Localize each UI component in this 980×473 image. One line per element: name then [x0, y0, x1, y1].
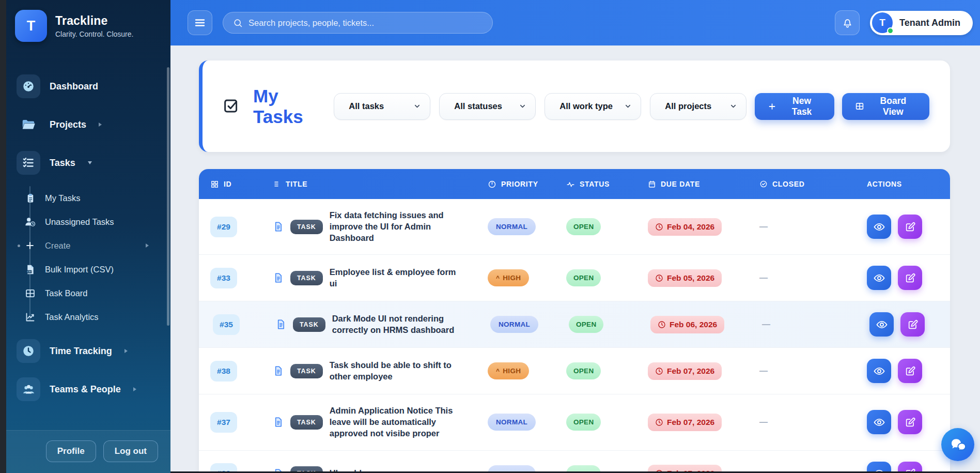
- table-row[interactable]: #37 TASK Admin Application Notice This l…: [199, 394, 950, 450]
- hamburger-menu-button[interactable]: [188, 10, 212, 35]
- task-id-badge[interactable]: #29: [210, 217, 237, 237]
- eye-icon: [873, 467, 885, 473]
- file-csv-icon: CSV: [24, 263, 36, 276]
- filter-all-projects[interactable]: All projects: [650, 93, 746, 120]
- chevron-down-icon: [624, 102, 632, 110]
- search-bar[interactable]: [223, 12, 493, 34]
- table-row[interactable]: #35 TASK Dark Mode UI not rendering corr…: [199, 301, 950, 347]
- filter-value: All tasks: [349, 101, 384, 111]
- sidebar-item-unassigned-tasks[interactable]: Unassigned Tasks: [24, 213, 160, 231]
- status-badge: OPEN: [569, 316, 603, 333]
- task-id-badge[interactable]: #36: [210, 463, 237, 473]
- eye-icon: [873, 416, 885, 429]
- edit-task-button[interactable]: [898, 410, 922, 434]
- status-badge: OPEN: [566, 362, 601, 379]
- chart-line-icon: [24, 311, 36, 323]
- due-date-badge: Feb 05, 2026: [648, 269, 722, 287]
- column-header-title[interactable]: TITLE: [262, 180, 479, 188]
- sidebar-item-create-task[interactable]: Create: [24, 237, 160, 254]
- column-header-priority[interactable]: PRIORITY: [479, 180, 566, 189]
- avatar-initial: T: [879, 17, 885, 28]
- task-title[interactable]: Task should be able to shift to other em…: [330, 360, 463, 383]
- edit-task-button[interactable]: [898, 462, 922, 473]
- view-task-button[interactable]: [867, 215, 891, 239]
- column-header-id[interactable]: ID: [199, 180, 262, 189]
- sidebar-item-projects[interactable]: Projects: [17, 113, 160, 136]
- edit-task-button[interactable]: [900, 312, 925, 337]
- plus-icon: [24, 239, 36, 252]
- chat-bubbles-icon: [948, 435, 967, 454]
- edit-task-button[interactable]: [898, 359, 922, 383]
- clock-icon: [655, 274, 663, 282]
- sidebar-item-task-analytics[interactable]: Task Analytics: [24, 308, 160, 326]
- edit-icon: [905, 468, 916, 473]
- sidebar-item-label: Time Tracking: [50, 346, 112, 357]
- tasks-table: ID TITLE PRIORITY STATUS: [199, 169, 950, 473]
- user-menu[interactable]: T Tenant Admin: [870, 11, 973, 35]
- column-label: STATUS: [580, 180, 610, 188]
- task-id-badge[interactable]: #38: [210, 361, 237, 382]
- board-view-button[interactable]: Board View: [842, 93, 929, 120]
- task-title[interactable]: Dark Mode UI not rendering correctly on …: [332, 313, 465, 336]
- sidebar-item-my-tasks[interactable]: My Tasks: [24, 189, 160, 207]
- sidebar-item-dashboard[interactable]: Dashboard: [17, 74, 160, 98]
- view-task-button[interactable]: [867, 410, 891, 434]
- sidebar-nav: Dashboard Projects Tasks: [6, 52, 170, 430]
- sidebar-scrollbar[interactable]: [167, 67, 169, 326]
- column-header-status[interactable]: STATUS: [566, 180, 645, 189]
- search-input[interactable]: [248, 18, 483, 28]
- document-icon: [273, 221, 284, 232]
- task-title[interactable]: Employee list & employee form ui: [330, 267, 463, 289]
- board-grid-icon: [855, 101, 864, 111]
- sidebar-item-teams-people[interactable]: Teams & People: [17, 377, 160, 401]
- sidebar-item-bulk-import[interactable]: CSV Bulk Import (CSV): [24, 261, 160, 278]
- document-icon: [273, 468, 284, 473]
- view-task-button[interactable]: [867, 266, 891, 290]
- filter-all-statuses[interactable]: All statuses: [439, 93, 536, 120]
- button-label: New Task: [782, 96, 821, 117]
- calendar-icon: [648, 180, 656, 188]
- filter-value: All work type: [559, 101, 613, 111]
- filter-all-tasks[interactable]: All tasks: [334, 93, 430, 120]
- closed-value: —: [759, 418, 768, 427]
- column-header-closed[interactable]: CLOSED: [759, 180, 837, 188]
- table-row[interactable]: #36 TASK UI problem ^NORMAL OPEN Feb 07,…: [199, 450, 950, 473]
- task-type-badge: TASK: [290, 271, 323, 285]
- chat-fab-button[interactable]: [941, 428, 974, 461]
- due-date-badge: Feb 04, 2026: [648, 218, 722, 236]
- task-id-badge[interactable]: #33: [210, 268, 237, 288]
- edit-task-button[interactable]: [898, 215, 922, 239]
- logout-button[interactable]: Log out: [103, 440, 158, 462]
- view-task-button[interactable]: [867, 462, 891, 473]
- task-id-badge[interactable]: #35: [213, 314, 240, 335]
- caret-down-icon: [88, 161, 92, 164]
- closed-value: —: [759, 367, 768, 376]
- profile-button[interactable]: Profile: [46, 440, 96, 462]
- sidebar-item-task-board[interactable]: Task Board: [24, 284, 160, 302]
- table-row[interactable]: #38 TASK Task should be able to shift to…: [199, 347, 950, 394]
- task-type-badge: TASK: [290, 415, 323, 430]
- brand-tagline: Clarity. Control. Closure.: [55, 30, 133, 38]
- priority-badge: ^NORMAL: [488, 414, 536, 431]
- new-task-button[interactable]: New Task: [755, 93, 834, 120]
- clipboard-icon: [24, 192, 36, 204]
- task-title[interactable]: UI problem: [330, 468, 374, 473]
- sidebar-item-time-tracking[interactable]: Time Tracking: [17, 339, 160, 363]
- edit-task-button[interactable]: [898, 266, 922, 290]
- table-row[interactable]: #33 TASK Employee list & employee form u…: [199, 254, 950, 301]
- filter-all-work-type[interactable]: All work type: [545, 93, 641, 120]
- task-id-badge[interactable]: #37: [210, 412, 237, 433]
- edit-icon: [905, 272, 916, 284]
- task-title[interactable]: Admin Application Notice This leave will…: [330, 405, 463, 439]
- sidebar-item-tasks[interactable]: Tasks: [17, 151, 160, 175]
- view-task-button[interactable]: [869, 312, 894, 337]
- svg-text:CSV: CSV: [27, 270, 32, 273]
- column-header-due-date[interactable]: DUE DATE: [645, 180, 759, 188]
- edit-icon: [905, 417, 916, 428]
- chevron-down-icon: [729, 102, 737, 110]
- table-row[interactable]: #29 TASK Fix data fetching issues and im…: [199, 199, 950, 254]
- task-title[interactable]: Fix data fetching issues and improve the…: [330, 210, 463, 243]
- notifications-button[interactable]: [835, 10, 860, 35]
- view-task-button[interactable]: [867, 359, 891, 383]
- brand[interactable]: T Trackline Clarity. Control. Closure.: [6, 0, 170, 52]
